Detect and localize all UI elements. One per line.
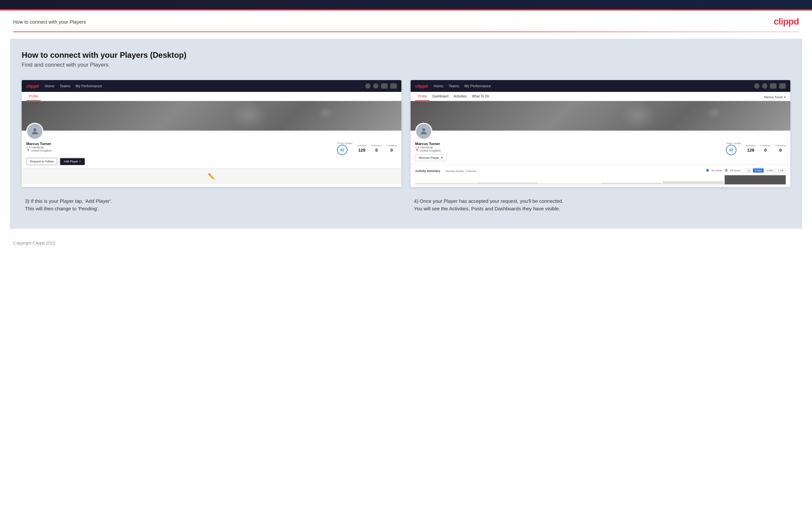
remove-player-button[interactable]: Remove Player ✕ xyxy=(415,154,447,161)
nav-link-home-left[interactable]: Home xyxy=(45,84,54,88)
activity-legend: On course Off course xyxy=(706,169,741,172)
avatar-circle-right xyxy=(415,123,432,140)
nav-link-myperformance-left[interactable]: My Performance xyxy=(75,84,102,88)
player-country-left: 📍 United Kingdom xyxy=(26,149,52,152)
tab-activities-right[interactable]: Activities xyxy=(451,95,469,101)
bar-2 xyxy=(477,182,538,184)
app-nav-links-right: Home Teams My Performance xyxy=(434,84,754,88)
desc-section: 3) If this is your Player tap, 'Add Play… xyxy=(22,198,790,212)
page-header: How to connect with your Players clippd xyxy=(0,10,812,32)
following-label-left: Following xyxy=(386,144,397,147)
screenshots-row: clippd Home Teams My Performance Profile xyxy=(22,80,790,187)
profile-name-block-left: Marcus Turner 1-5 Handicap 📍 United King… xyxy=(26,142,52,152)
following-value-left: 0 xyxy=(391,148,393,153)
golf-banner-right xyxy=(411,101,790,130)
followers-value-right: 0 xyxy=(764,148,767,153)
time-buttons: 1 yr 6 mths 3 mths 1 mth xyxy=(745,168,786,173)
globe-icon-left[interactable] xyxy=(390,83,397,89)
app-tab-bar-left: Profile xyxy=(22,92,401,101)
settings-icon-right[interactable] xyxy=(770,83,776,89)
followers-label-left: Followers xyxy=(371,144,382,147)
bar-3 xyxy=(539,183,600,184)
stat-followers-left: Followers 0 xyxy=(371,144,382,153)
globe-icon-right[interactable] xyxy=(779,83,786,89)
time-btn-1yr[interactable]: 1 yr xyxy=(745,168,753,173)
desc-block-right: 4) Once your Player has accepted your re… xyxy=(411,198,790,212)
desc-block-left: 3) If this is your Player tap, 'Add Play… xyxy=(22,198,401,212)
app-tab-bar-right: Profile Dashboard Activities What To On … xyxy=(411,92,790,101)
stat-quality-left: Player Quality 92 xyxy=(337,142,352,155)
activity-period: Monthly Activity · 6 Months xyxy=(445,170,476,173)
chevron-down-icon-right: ▾ xyxy=(784,96,786,99)
activities-label-left: Activities xyxy=(357,144,367,147)
tab-profile-left[interactable]: Profile xyxy=(26,95,41,101)
time-btn-6mths[interactable]: 6 mths xyxy=(753,168,764,173)
page-header-title: How to connect with your Players xyxy=(13,19,86,24)
screenshot-bottom-left: ✏️ xyxy=(22,168,401,184)
quality-circle-left: 92 xyxy=(337,145,348,155)
activity-header-left: Activity Summary Monthly Activity · 6 Mo… xyxy=(415,167,476,173)
user-icon-left[interactable] xyxy=(373,83,378,89)
bar-4 xyxy=(601,183,662,184)
avatar-left xyxy=(26,123,43,140)
user-label-right: Marcus Turner ▾ xyxy=(764,96,786,101)
oncourse-label: On course xyxy=(711,169,722,172)
app-nav-icons-left xyxy=(365,83,397,89)
settings-icon-left[interactable] xyxy=(381,83,388,89)
top-bar xyxy=(0,0,812,10)
stat-following-left: Following 0 xyxy=(386,144,397,153)
app-nav-icons-right xyxy=(754,83,786,89)
quality-label-right: Player Quality xyxy=(726,142,742,145)
header-divider xyxy=(13,32,799,32)
main-content: How to connect with your Players (Deskto… xyxy=(10,39,802,229)
svg-point-1 xyxy=(422,128,425,131)
golf-banner-left xyxy=(22,101,401,130)
profile-info-row-left: Marcus Turner 1-5 Handicap 📍 United King… xyxy=(26,142,397,155)
offcourse-label: Off course xyxy=(730,169,741,172)
offcourse-dot xyxy=(725,169,727,172)
tab-whattoon-right[interactable]: What To On xyxy=(469,95,492,101)
app-logo-left: clippd xyxy=(26,84,39,89)
add-player-button[interactable]: Add Player + xyxy=(60,158,85,165)
section-title: How to connect with your Players (Deskto… xyxy=(22,51,790,60)
following-label-right: Following xyxy=(775,144,786,147)
player-name-left: Marcus Turner xyxy=(26,142,52,146)
nav-link-home-right[interactable]: Home xyxy=(434,84,443,88)
person-icon-right xyxy=(419,127,428,136)
nav-link-teams-left[interactable]: Teams xyxy=(60,84,70,88)
footer-text: Copyright Clippd 2022 xyxy=(13,240,55,245)
profile-buttons-left: Request to Follow Add Player + xyxy=(26,158,397,165)
bar-chart xyxy=(415,175,786,184)
stat-followers-right: Followers 0 xyxy=(760,144,771,153)
bar-1 xyxy=(415,183,476,184)
desc-text-left: 3) If this is your Player tap, 'Add Play… xyxy=(25,198,398,212)
activity-title: Activity Summary xyxy=(415,169,440,173)
search-icon-right[interactable] xyxy=(754,83,759,89)
bar-6 xyxy=(725,175,786,184)
nav-link-myperformance-right[interactable]: My Performance xyxy=(464,84,491,88)
tab-profile-right[interactable]: Profile xyxy=(415,95,429,101)
player-handicap-right: 1-5 Handicap xyxy=(415,146,447,149)
followers-label-right: Followers xyxy=(760,144,771,147)
close-icon-right: ✕ xyxy=(441,156,443,160)
stat-following-right: Following 0 xyxy=(775,144,786,153)
tab-dashboard-right[interactable]: Dashboard xyxy=(429,95,451,101)
location-icon-right: 📍 xyxy=(415,149,419,152)
time-btn-1mth[interactable]: 1 mth xyxy=(776,168,786,173)
app-tabs-right: Profile Dashboard Activities What To On xyxy=(415,95,492,101)
time-btn-3mths[interactable]: 3 mths xyxy=(764,168,775,173)
screenshot-right: clippd Home Teams My Performance Profile xyxy=(411,80,790,187)
request-follow-button[interactable]: Request to Follow xyxy=(26,158,57,165)
search-icon-left[interactable] xyxy=(365,83,370,89)
plus-icon-left: + xyxy=(79,160,81,163)
bar-5 xyxy=(663,181,724,184)
activity-summary: Activity Summary Monthly Activity · 6 Mo… xyxy=(411,164,790,187)
nav-link-teams-right[interactable]: Teams xyxy=(449,84,459,88)
stat-activities-right: Activities 129 xyxy=(746,144,756,153)
stat-activities-left: Activities 129 xyxy=(357,144,367,153)
user-icon-right[interactable] xyxy=(762,83,767,89)
activity-header: Activity Summary Monthly Activity · 6 Mo… xyxy=(415,167,786,173)
activities-value-right: 129 xyxy=(747,148,755,153)
quality-label-left: Player Quality xyxy=(337,142,352,145)
screenshot-left: clippd Home Teams My Performance Profile xyxy=(22,80,401,187)
